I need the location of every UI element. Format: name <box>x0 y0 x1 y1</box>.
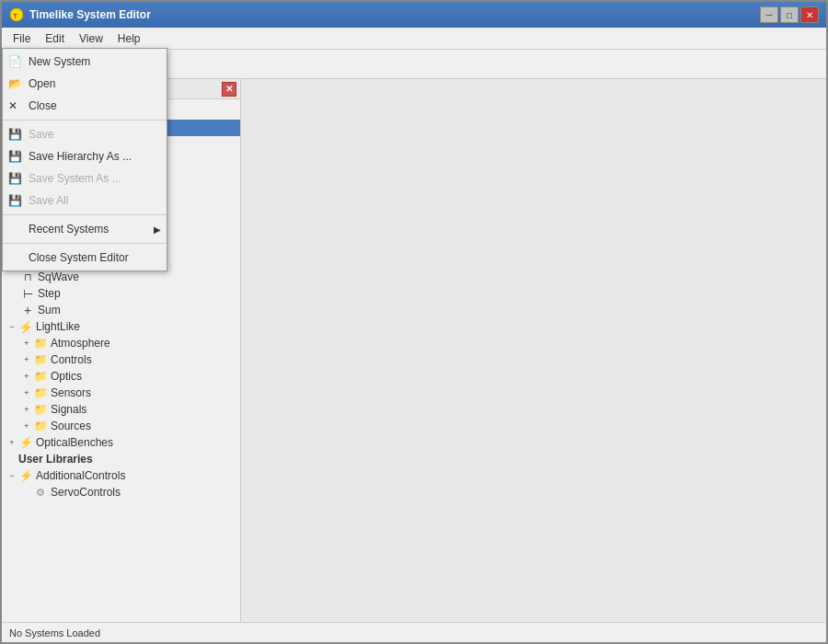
userlibraries-label: User Libraries <box>18 453 93 466</box>
menu-sep-2 <box>3 214 167 215</box>
tree-item-lightlike[interactable]: − ⚡ LightLike <box>2 318 240 335</box>
tree-item-opticalbenches[interactable]: + ⚡ OpticalBenches <box>2 434 240 451</box>
controls-folder-icon: 📁 <box>33 352 48 367</box>
menu-close-editor[interactable]: Close System Editor <box>3 247 167 269</box>
opticalbenches-label: OpticalBenches <box>36 436 113 449</box>
atmosphere-folder-icon: 📁 <box>33 336 48 351</box>
tree-item-atmosphere[interactable]: + 📁 Atmosphere <box>2 335 240 351</box>
menu-close[interactable]: ✕ Close <box>3 95 167 117</box>
tree-item-sensors[interactable]: + 📁 Sensors <box>2 385 240 401</box>
sum-label: Sum <box>38 304 61 316</box>
window-title: Timelike System Editor <box>29 8 151 21</box>
sensors-folder-icon: 📁 <box>33 385 48 400</box>
menu-sep-1 <box>3 120 167 121</box>
controls-expand-icon: + <box>20 353 33 366</box>
tree-item-sources[interactable]: + 📁 Sources <box>2 418 240 434</box>
tree-item-userlibraries[interactable]: User Libraries <box>2 451 240 467</box>
menu-edit[interactable]: Edit <box>38 30 72 47</box>
close-file-icon: ✕ <box>8 99 17 112</box>
sources-expand-icon: + <box>20 420 33 432</box>
menu-file[interactable]: File <box>6 30 38 47</box>
panel-close-button[interactable]: ✕ <box>222 82 236 97</box>
title-bar-left: T Timelike System Editor <box>9 7 151 22</box>
atmosphere-label: Atmosphere <box>51 337 110 350</box>
menu-save-hierarchy[interactable]: 💾 Save Hierarchy As ... <box>3 145 167 167</box>
opticalbenches-expand-icon: + <box>6 436 18 449</box>
open-icon: 📂 <box>8 77 22 90</box>
tree-item-sum[interactable]: + Sum <box>2 302 240 318</box>
additionalcontrols-label: AdditionalControls <box>36 469 125 482</box>
menu-sep-3 <box>3 243 167 244</box>
optics-folder-icon: 📁 <box>33 369 48 384</box>
window-close-button[interactable]: ✕ <box>800 6 819 23</box>
main-window: T Timelike System Editor ─ □ ✕ File Edit… <box>0 0 828 644</box>
title-bar: T Timelike System Editor ─ □ ✕ <box>2 2 826 28</box>
opticalbenches-icon: ⚡ <box>18 435 33 450</box>
lightlike-expand-icon: − <box>6 320 18 333</box>
app-icon: T <box>9 7 24 22</box>
tree-item-controls[interactable]: + 📁 Controls <box>2 351 240 368</box>
title-bar-buttons: ─ □ ✕ <box>760 6 819 23</box>
menu-view[interactable]: View <box>72 30 110 47</box>
sensors-expand-icon: + <box>20 386 33 399</box>
servocontrols-label: ServoControls <box>51 486 121 499</box>
step-icon: ⊢ <box>20 286 35 301</box>
tree-item-step[interactable]: ⊢ Step <box>2 285 240 302</box>
tree-item-additionalcontrols[interactable]: − ⚡ AdditionalControls <box>2 467 240 484</box>
signals-folder-icon: 📁 <box>33 402 48 417</box>
menu-open[interactable]: 📂 Open <box>3 73 167 95</box>
save-system-icon: 💾 <box>8 172 22 185</box>
status-text: No Systems Loaded <box>9 627 100 638</box>
menu-recent-systems[interactable]: Recent Systems ▶ <box>3 218 167 240</box>
signals-label: Signals <box>51 403 86 416</box>
additionalcontrols-icon: ⚡ <box>18 468 33 483</box>
tree-item-servocontrols[interactable]: ⚙ ServoControls <box>2 484 240 500</box>
lightlike-label: LightLike <box>36 320 80 333</box>
step-label: Step <box>38 287 61 300</box>
sqwave-icon: ⊓ <box>20 270 35 284</box>
lightlike-icon: ⚡ <box>18 319 33 334</box>
maximize-button[interactable]: □ <box>780 6 799 23</box>
atmosphere-expand-icon: + <box>20 337 33 350</box>
status-bar: No Systems Loaded <box>2 622 826 642</box>
save-icon: 💾 <box>8 128 22 141</box>
sqwave-label: SqWave <box>38 270 79 283</box>
tree-item-signals[interactable]: + 📁 Signals <box>2 401 240 418</box>
menu-save[interactable]: 💾 Save <box>3 123 167 145</box>
menu-bar-container: File Edit View Help 📄 New System 📂 Open … <box>2 28 826 50</box>
servocontrols-icon: ⚙ <box>33 485 48 500</box>
save-hierarchy-icon: 💾 <box>8 150 22 163</box>
signals-expand-icon: + <box>20 403 33 416</box>
additionalcontrols-expand-icon: − <box>6 469 18 482</box>
userlibraries-expand-icon <box>6 453 18 466</box>
optics-expand-icon: + <box>20 370 33 383</box>
sum-icon: + <box>20 303 35 317</box>
svg-text:T: T <box>13 12 17 20</box>
recent-systems-arrow: ▶ <box>154 224 161 235</box>
sources-label: Sources <box>51 420 91 432</box>
tree-item-optics[interactable]: + 📁 Optics <box>2 368 240 385</box>
menu-help[interactable]: Help <box>110 30 148 47</box>
right-panel <box>241 79 826 622</box>
sensors-label: Sensors <box>51 386 91 399</box>
menu-save-all[interactable]: 💾 Save All <box>3 190 167 212</box>
new-system-icon: 📄 <box>8 55 22 68</box>
menu-bar: File Edit View Help <box>2 28 826 50</box>
file-dropdown-menu: 📄 New System 📂 Open ✕ Close 💾 Save 💾 Sav… <box>2 48 167 271</box>
servocontrols-expand-icon <box>20 486 33 499</box>
minimize-button[interactable]: ─ <box>760 6 778 23</box>
save-all-icon: 💾 <box>8 194 22 207</box>
menu-new-system[interactable]: 📄 New System <box>3 51 167 73</box>
menu-save-system-as[interactable]: 💾 Save System As ... <box>3 167 167 190</box>
controls-label: Controls <box>51 353 92 366</box>
sources-folder-icon: 📁 <box>33 419 48 433</box>
optics-label: Optics <box>51 370 82 383</box>
